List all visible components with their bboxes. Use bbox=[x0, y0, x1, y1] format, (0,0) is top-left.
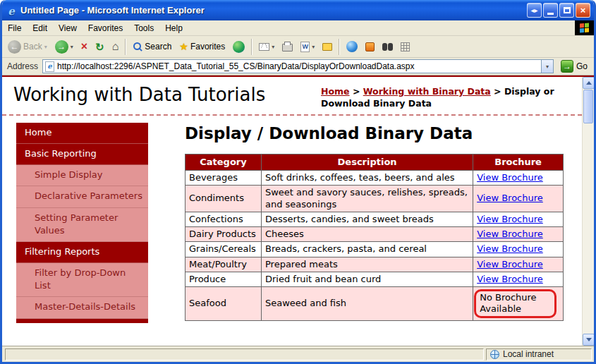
messenger-icon bbox=[346, 41, 358, 52]
mail-button[interactable]: ▾ bbox=[255, 41, 278, 53]
menu-bar: FileEditViewFavoritesToolsHelp bbox=[2, 20, 594, 36]
minimize-button[interactable] bbox=[543, 3, 558, 18]
column-header-description: Description bbox=[261, 154, 473, 170]
maximize-button[interactable] bbox=[559, 3, 574, 18]
sidebar-item-filtering-reports[interactable]: Filtering Reports bbox=[16, 242, 148, 263]
brochure-cell: View Brochure bbox=[473, 186, 564, 212]
search-button[interactable]: Search bbox=[129, 40, 175, 54]
breadcrumb: Home > Working with Binary Data > Displa… bbox=[321, 84, 573, 110]
view-brochure-link[interactable]: View Brochure bbox=[477, 214, 543, 224]
sidebar-item-simple-display[interactable]: Simple Display bbox=[16, 165, 148, 186]
scroll-down-button[interactable] bbox=[583, 334, 594, 346]
research-button[interactable] bbox=[362, 40, 378, 54]
view-brochure-link[interactable]: View Brochure bbox=[477, 193, 543, 203]
back-icon: ← bbox=[8, 40, 21, 54]
category-cell: Seafood bbox=[186, 287, 262, 321]
breadcrumb-working-with-binary-data[interactable]: Working with Binary Data bbox=[363, 86, 491, 97]
status-bar: Local intranet bbox=[2, 346, 594, 362]
refresh-button[interactable]: ↻ bbox=[92, 40, 108, 54]
search-label: Search bbox=[145, 42, 171, 51]
sidebar-item-basic-reporting[interactable]: Basic Reporting bbox=[16, 144, 148, 165]
sidebar-item-cut-off bbox=[16, 319, 148, 323]
sidebar-item-declarative-parameters[interactable]: Declarative Parameters bbox=[16, 186, 148, 207]
address-bar: Address e http://localhost:2296/ASPNET_D… bbox=[2, 58, 594, 75]
menu-view[interactable]: View bbox=[53, 20, 83, 35]
brochure-cell: View Brochure bbox=[473, 242, 564, 257]
back-dropdown-icon: ▾ bbox=[44, 44, 47, 50]
category-cell: Dairy Products bbox=[186, 227, 262, 242]
edit-button[interactable]: W ▾ bbox=[297, 40, 318, 54]
breadcrumb-home[interactable]: Home bbox=[321, 86, 350, 97]
favorites-button[interactable]: ★ Favorites bbox=[176, 40, 229, 54]
site-header: Working with Data Tutorials Home > Worki… bbox=[2, 77, 582, 116]
category-cell: Produce bbox=[186, 272, 262, 286]
breadcrumb-separator: > bbox=[491, 86, 504, 97]
brochure-cell: View Brochure bbox=[473, 227, 564, 242]
description-cell: Sweet and savory sauces, relishes, sprea… bbox=[261, 186, 473, 212]
status-pane-main bbox=[5, 348, 484, 360]
menu-tools[interactable]: Tools bbox=[128, 20, 159, 35]
category-cell: Confections bbox=[186, 212, 262, 226]
favicon-e: e bbox=[47, 63, 51, 70]
forward-button[interactable]: → ▾ bbox=[51, 38, 77, 56]
media-button[interactable] bbox=[229, 39, 248, 55]
home-button[interactable]: ⌂ bbox=[109, 39, 123, 54]
address-dropdown-button[interactable]: ▾ bbox=[541, 60, 553, 73]
menu-help[interactable]: Help bbox=[159, 20, 188, 35]
stop-button[interactable]: × bbox=[78, 39, 91, 54]
brochure-cell: No Brochure Available bbox=[473, 287, 564, 321]
column-header-brochure: Brochure bbox=[473, 154, 564, 170]
refresh-icon: ↻ bbox=[95, 42, 104, 52]
content-row: HomeBasic ReportingSimple DisplayDeclara… bbox=[2, 116, 582, 323]
close-button[interactable]: × bbox=[576, 3, 590, 18]
column-header-category: Category bbox=[186, 154, 262, 170]
view-brochure-link[interactable]: View Brochure bbox=[477, 274, 543, 284]
menu-favorites[interactable]: Favorites bbox=[83, 20, 128, 35]
site-title: Working with Data Tutorials bbox=[13, 84, 265, 110]
mail-icon bbox=[259, 43, 269, 51]
go-button[interactable]: → Go bbox=[558, 60, 590, 73]
vertical-scrollbar[interactable] bbox=[582, 77, 594, 346]
windows-flag-icon bbox=[580, 23, 589, 32]
grid-button[interactable] bbox=[397, 40, 413, 54]
sidebar-item-home[interactable]: Home bbox=[16, 123, 148, 144]
grid-row-condiments: CondimentsSweet and savory sauces, relis… bbox=[186, 186, 564, 212]
sidebar-item-filter-by-drop-down-list[interactable]: Filter by Drop-Down List bbox=[16, 263, 148, 297]
view-brochure-link[interactable]: View Brochure bbox=[477, 229, 543, 239]
scroll-up-button[interactable] bbox=[583, 77, 594, 89]
sidebar-item-setting-parameter-values[interactable]: Setting Parameter Values bbox=[16, 208, 148, 242]
category-cell: Meat/Poultry bbox=[186, 257, 262, 272]
forward-icon: → bbox=[55, 40, 68, 54]
view-brochure-link[interactable]: View Brochure bbox=[477, 172, 543, 183]
go-label: Go bbox=[576, 61, 588, 71]
address-input[interactable]: e http://localhost:2296/ASPNET_Data_Tuto… bbox=[42, 59, 554, 73]
category-cell: Grains/Cereals bbox=[186, 242, 262, 257]
view-brochure-link[interactable]: View Brochure bbox=[477, 259, 543, 269]
categories-gridview: CategoryDescriptionBrochure BeveragesSof… bbox=[185, 154, 564, 321]
print-button[interactable] bbox=[279, 40, 296, 54]
description-cell: Breads, crackers, pasta, and cereal bbox=[261, 242, 473, 257]
view-brochure-link[interactable]: View Brochure bbox=[477, 243, 543, 254]
menu-file[interactable]: File bbox=[2, 20, 27, 35]
back-button[interactable]: ← Back ▾ bbox=[4, 38, 51, 56]
toolbar-separator bbox=[251, 39, 253, 55]
menu-edit[interactable]: Edit bbox=[27, 20, 53, 35]
binoculars-button[interactable] bbox=[379, 41, 396, 53]
window-title: Untitled Page - Microsoft Internet Explo… bbox=[20, 5, 523, 16]
print-icon bbox=[282, 44, 293, 51]
favorites-star-icon: ★ bbox=[179, 42, 188, 51]
minimize-icon bbox=[547, 13, 554, 15]
maximize-icon bbox=[564, 7, 571, 13]
home-icon: ⌂ bbox=[112, 41, 119, 52]
window-extra-button[interactable]: ◂▸ bbox=[527, 3, 542, 18]
scrollbar-thumb[interactable] bbox=[583, 90, 593, 123]
category-cell: Condiments bbox=[186, 186, 262, 212]
favorites-label: Favorites bbox=[190, 42, 225, 51]
discuss-icon bbox=[322, 43, 332, 51]
discuss-button[interactable] bbox=[319, 41, 336, 53]
window-buttons: ◂▸ × bbox=[527, 3, 590, 18]
binoculars-icon bbox=[382, 43, 387, 51]
messenger-button[interactable] bbox=[343, 39, 361, 54]
browser-window: e Untitled Page - Microsoft Internet Exp… bbox=[0, 0, 596, 364]
sidebar-item-master-details-details[interactable]: Master-Details-Details bbox=[16, 297, 148, 318]
